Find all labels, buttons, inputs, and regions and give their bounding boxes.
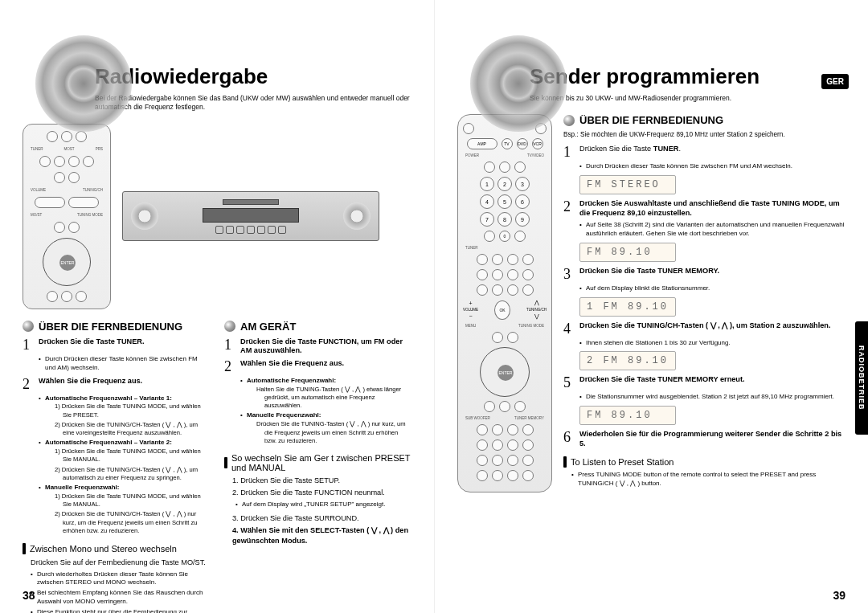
step-1: Drücken Sie die Taste TUNER.: [39, 337, 145, 352]
speaker-decoration: [470, 35, 567, 132]
page-intro: Sie können bis zu 30 UKW- und MW-Radiose…: [530, 94, 845, 103]
receiver-unit-illustration: [122, 124, 411, 309]
manual-spread: Radiowiedergabe Bei der Radiowiedergabe …: [0, 0, 868, 613]
side-tab: RADIOBETRIEB: [855, 321, 868, 435]
lcd-display: FM STEREO: [579, 175, 676, 194]
page-title: Radiowiedergabe: [95, 64, 411, 89]
right-body: AMPTVDVDVCR POWERTV/VIDEO 123 456 789 0 …: [457, 114, 845, 492]
device-instructions: AM GERÄT 1Drücken Sie die Taste FUNCTION…: [224, 321, 411, 613]
r-step-4: Drücken Sie die TUNING/CH-Tasten ( ⋁ , ⋀…: [579, 321, 830, 336]
lcd-display: 1 FM 89.10: [579, 297, 676, 317]
listen-preset-heading: To Listen to Preset Station: [563, 456, 845, 468]
remote-control-illustration: TUNERMOSTPRS VOLUMETUNING/CH MO/STTUNING…: [23, 124, 111, 309]
bar-icon: [224, 457, 227, 468]
page-number: 38: [23, 589, 35, 602]
page-39: GER RADIOBETRIEB Sender programmieren Si…: [434, 0, 868, 613]
programming-steps: ÜBER DIE FERNBEDIENUNG Bsp.: Sie möchten…: [563, 114, 845, 492]
hardware-illustrations: TUNERMOSTPRS VOLUMETUNING/CH MO/STTUNING…: [23, 124, 411, 309]
r-step-6: Wiederholen Sie für die Programmierung w…: [579, 430, 845, 448]
sphere-icon: [23, 321, 34, 332]
section-heading-remote: ÜBER DIE FERNBEDIENUNG: [563, 114, 845, 126]
r-step-1: Drücken Sie die Taste TUNER.: [579, 145, 681, 159]
r-step-5: Drücken Sie die Taste TUNER MEMORY erneu…: [579, 375, 745, 390]
lcd-display: FM 89.10: [579, 243, 676, 262]
language-badge: GER: [821, 74, 849, 89]
page-number: 39: [833, 589, 845, 602]
preset-manual-heading: So wechseln Sie am Ger t zwischen PRESET…: [224, 453, 411, 472]
mono-stereo-heading: Zwischen Mono und Stereo wechseln: [23, 543, 210, 554]
b-step-2: Wählen Sie die Frequenz aus.: [240, 359, 344, 374]
instruction-columns: ÜBER DIE FERNBEDIENUNG 1Drücken Sie die …: [23, 321, 411, 613]
example-line: Bsp.: Sie möchten die UKW-Frequenz 89,10…: [563, 131, 845, 138]
r-step-2: Drücken Sie Auswahltaste und anschließen…: [579, 199, 845, 218]
step-2: Wählen Sie die Frequenz aus.: [39, 377, 142, 391]
bar-icon: [563, 456, 567, 468]
lcd-display: 2 FM 89.10: [579, 351, 676, 370]
b-step-1: Drücken Sie die Taste FUNCTION, um FM od…: [240, 337, 411, 356]
page-38: Radiowiedergabe Bei der Radiowiedergabe …: [0, 0, 434, 613]
bar-icon: [23, 543, 26, 554]
lcd-display: FM 89.10: [579, 406, 676, 425]
section-heading-device: AM GERÄT: [224, 321, 411, 333]
remote-control-large-illustration: AMPTVDVDVCR POWERTV/VIDEO 123 456 789 0 …: [457, 114, 552, 492]
remote-instructions: ÜBER DIE FERNBEDIENUNG 1Drücken Sie die …: [23, 321, 210, 613]
r-step-3: Drücken Sie die Taste TUNER MEMORY.: [579, 267, 719, 281]
sphere-icon: [563, 115, 575, 126]
section-heading-remote: ÜBER DIE FERNBEDIENUNG: [23, 321, 210, 333]
speaker-decoration: [35, 35, 132, 132]
page-intro: Bei der Radiowiedergabe können Sie das B…: [95, 94, 411, 112]
page-title: Sender programmieren: [530, 64, 845, 89]
sphere-icon: [224, 321, 235, 332]
